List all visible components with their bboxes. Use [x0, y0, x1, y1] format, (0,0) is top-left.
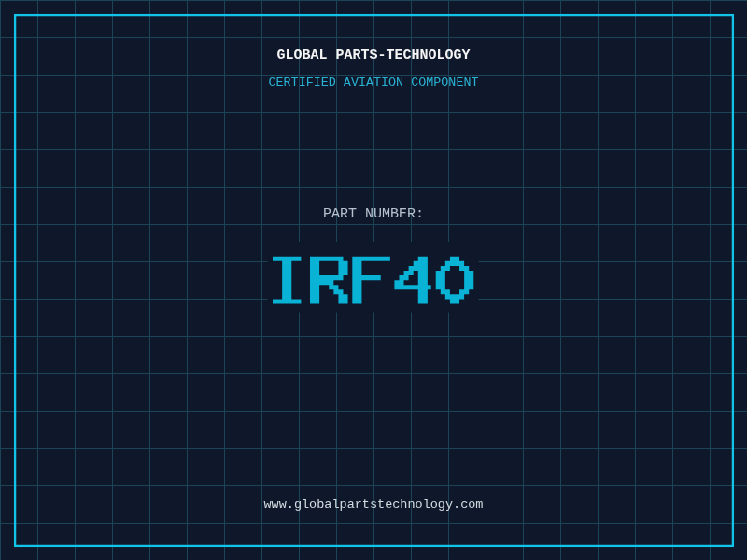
svg-text:GLOBAL PARTS-TECHNOLOGY: GLOBAL PARTS-TECHNOLOGY — [276, 48, 470, 63]
svg-text:www.globalpartstechnology.com: www.globalpartstechnology.com — [264, 497, 484, 511]
svg-text:CERTIFIED AVIATION COMPONENT: CERTIFIED AVIATION COMPONENT — [269, 76, 479, 90]
svg-text:PART NUMBER:: PART NUMBER: — [323, 206, 424, 222]
